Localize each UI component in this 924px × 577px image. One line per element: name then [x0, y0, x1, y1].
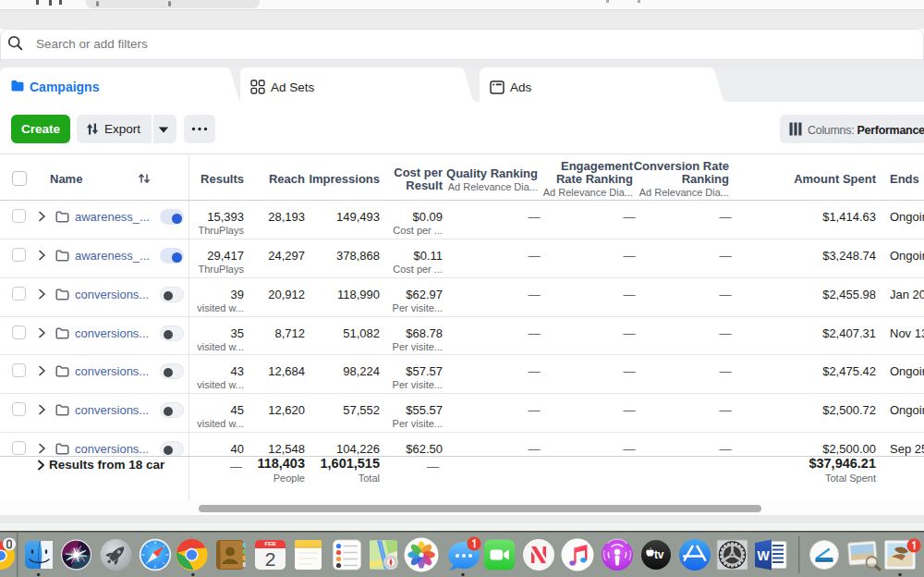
- svg-text:2: 2: [265, 548, 276, 570]
- svg-text:W: W: [757, 548, 770, 563]
- svg-text:tv: tv: [654, 548, 664, 561]
- svg-text:FEB: FEB: [265, 541, 277, 546]
